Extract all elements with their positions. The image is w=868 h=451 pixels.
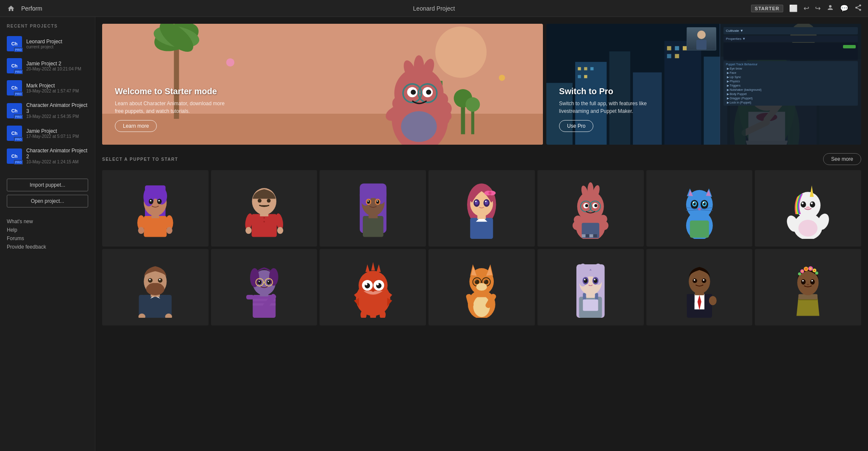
- puppet-card-13[interactable]: [646, 249, 753, 325]
- forums-link[interactable]: Forums: [7, 235, 88, 241]
- project-icon-jamie2: Ch PRO: [7, 58, 22, 73]
- svg-point-98: [157, 199, 162, 204]
- svg-point-179: [693, 202, 695, 204]
- svg-point-0: [829, 5, 832, 8]
- svg-rect-43: [471, 109, 474, 134]
- whats-new-link[interactable]: What's new: [7, 218, 88, 224]
- topbar-right: STARTER ⬜ ↩ ↪ 💬: [751, 4, 862, 13]
- pro-badge-chproj2: PRO: [14, 160, 23, 165]
- svg-point-203: [148, 278, 153, 283]
- svg-point-88: [697, 31, 706, 39]
- project-meta-leonard: current project: [26, 45, 62, 49]
- svg-point-306: [805, 268, 807, 270]
- svg-point-282: [594, 279, 595, 280]
- svg-rect-117: [362, 216, 383, 237]
- app-name: Perform: [21, 5, 42, 12]
- hero-desc-starter: Learn about Character Animator, download…: [115, 100, 225, 115]
- svg-point-204: [158, 278, 163, 283]
- project-item-chproj2[interactable]: Ch PRO Character Animator Project 2 10-M…: [0, 144, 95, 168]
- project-info-leonard: Leonard Project current project: [26, 39, 62, 49]
- puppet-card-7[interactable]: [755, 170, 861, 247]
- svg-point-128: [376, 201, 378, 202]
- puppet-card-5[interactable]: [537, 170, 644, 247]
- svg-point-106: [263, 217, 265, 219]
- home-icon[interactable]: [6, 3, 16, 14]
- share-icon[interactable]: [854, 4, 862, 13]
- hero-title-starter: Welcome to Starter mode: [115, 87, 225, 96]
- hero-banner-pro: Cultivate ▼ Properties ▼ Puppet Track Be…: [546, 24, 861, 145]
- svg-rect-208: [166, 295, 172, 316]
- svg-point-313: [807, 284, 809, 286]
- puppet-icon[interactable]: [826, 4, 834, 13]
- svg-rect-57: [584, 67, 587, 70]
- svg-point-196: [811, 202, 813, 204]
- svg-rect-64: [667, 54, 671, 58]
- undo-icon[interactable]: ↩: [804, 4, 809, 12]
- svg-point-309: [801, 279, 806, 285]
- svg-marker-192: [810, 185, 814, 197]
- svg-rect-60: [584, 75, 587, 78]
- project-name-mark: Mark Project: [26, 83, 79, 89]
- puppet-card-6[interactable]: [646, 170, 753, 247]
- svg-point-103: [138, 227, 144, 234]
- pro-badge: PRO: [14, 48, 23, 52]
- import-puppet-button[interactable]: Import puppet...: [7, 179, 88, 191]
- see-more-button[interactable]: See more: [823, 153, 861, 165]
- puppet-card-14[interactable]: [755, 249, 861, 325]
- svg-point-193: [801, 202, 807, 207]
- svg-rect-271: [583, 300, 598, 311]
- use-pro-button[interactable]: Use Pro: [559, 120, 593, 132]
- puppet-card-8[interactable]: [102, 249, 209, 325]
- monitor-icon[interactable]: ⬜: [789, 4, 798, 12]
- feedback-link[interactable]: Provide feedback: [7, 244, 88, 250]
- svg-point-142: [489, 191, 492, 194]
- svg-point-34: [411, 90, 416, 95]
- redo-icon[interactable]: ↪: [815, 4, 821, 12]
- svg-point-14: [499, 75, 505, 81]
- project-item-jamie[interactable]: Ch PRO Jamie Project 17-May-2022 at 5:07…: [0, 122, 95, 144]
- puppet-card-12[interactable]: [537, 249, 644, 325]
- svg-rect-166: [690, 221, 709, 238]
- project-item-jamie2[interactable]: Ch PRO Jamie Project 2 20-May-2022 at 10…: [0, 55, 95, 77]
- svg-point-114: [245, 227, 251, 234]
- project-name-jamie2: Jamie Project 2: [26, 61, 81, 67]
- svg-point-307: [810, 268, 812, 270]
- project-meta-chproj3: 19-May-2022 at 1:54:35 PM: [26, 114, 88, 119]
- svg-point-195: [802, 202, 804, 204]
- svg-marker-234: [371, 262, 375, 271]
- svg-rect-270: [595, 293, 598, 301]
- svg-point-125: [367, 200, 370, 204]
- project-item-chproj3[interactable]: Ch PRO Character Animator Project 3 19-M…: [0, 99, 95, 122]
- project-item-mark[interactable]: Ch PRO Mark Project 19-May-2022 at 1:57:…: [0, 77, 95, 99]
- svg-point-240: [365, 283, 367, 285]
- svg-point-197: [806, 207, 810, 209]
- puppet-card-3[interactable]: [320, 170, 426, 247]
- project-item-leonard[interactable]: Ch PRO Leonard Project current project: [0, 33, 95, 55]
- svg-point-138: [475, 201, 477, 202]
- learn-more-button[interactable]: Learn more: [115, 120, 157, 132]
- project-info-jamie2: Jamie Project 2 20-May-2022 at 10:21:04 …: [26, 61, 81, 71]
- help-link[interactable]: Help: [7, 227, 88, 233]
- puppet-card-4[interactable]: [428, 170, 535, 247]
- svg-rect-65: [675, 54, 679, 58]
- hero-content-starter: Welcome to Starter mode Learn about Char…: [115, 87, 225, 132]
- svg-marker-233: [365, 264, 370, 272]
- svg-point-126: [376, 200, 379, 204]
- svg-point-308: [814, 270, 815, 272]
- svg-point-3: [435, 26, 487, 78]
- open-project-button[interactable]: Open project...: [7, 195, 88, 207]
- puppet-card-10[interactable]: [320, 249, 426, 325]
- puppet-card-1[interactable]: [102, 170, 209, 247]
- svg-point-158: [585, 204, 588, 207]
- puppet-card-2[interactable]: [211, 170, 317, 247]
- hero-content-pro: Switch to Pro Switch to the full app, wi…: [559, 87, 669, 132]
- chat-icon[interactable]: 💬: [840, 4, 849, 12]
- sidebar-links: What's new Help Forums Provide feedback: [0, 212, 95, 250]
- svg-point-294: [703, 279, 704, 281]
- hero-banner-starter: Welcome to Starter mode Learn about Char…: [102, 24, 543, 145]
- project-name: Leonard Project: [413, 5, 455, 12]
- project-icon-chproj2: Ch PRO: [7, 148, 22, 164]
- puppet-card-9[interactable]: [211, 249, 317, 325]
- puppet-card-11[interactable]: [428, 249, 535, 325]
- svg-point-111: [267, 199, 270, 203]
